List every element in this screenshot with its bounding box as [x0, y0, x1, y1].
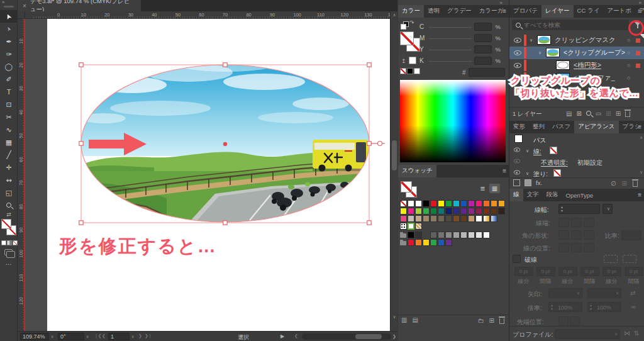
color-swatch[interactable]: [445, 200, 452, 207]
expand-chevron-icon[interactable]: ∨: [526, 171, 529, 176]
cyan-slider[interactable]: [429, 27, 472, 28]
tool-zoom-tool[interactable]: [0, 199, 18, 211]
make-mask-icon[interactable]: ▭: [596, 110, 601, 117]
miter-join-button[interactable]: [558, 230, 569, 240]
tool-shaper-tool[interactable]: ∿: [0, 123, 18, 136]
folder-swatch[interactable]: [400, 239, 407, 246]
fill-stroke-mini-icon[interactable]: [401, 21, 408, 29]
align-outside-button[interactable]: [584, 243, 594, 252]
bevel-join-button[interactable]: [584, 230, 594, 240]
color-swatch[interactable]: [430, 208, 437, 215]
appearance-menu-icon[interactable]: ≡: [638, 123, 641, 130]
expand-chevron-icon[interactable]: ∨: [526, 148, 529, 154]
color-swatch[interactable]: [468, 215, 475, 222]
patTex-swatch[interactable]: [415, 223, 422, 230]
tab-整列[interactable]: 整列: [529, 121, 548, 133]
color-swatch[interactable]: [468, 200, 475, 207]
gradY-swatch[interactable]: [483, 215, 490, 222]
profile-dropdown[interactable]: ∨: [555, 329, 620, 339]
horizontal-scrollbar-thumb[interactable]: [355, 334, 382, 339]
scroll-down-icon[interactable]: ∨: [391, 315, 398, 320]
collect-export-icon[interactable]: ⊠: [576, 110, 581, 117]
tool-scissors-tool[interactable]: ✂: [0, 111, 18, 123]
swatch-kinds-icon[interactable]: ▤: [412, 316, 418, 323]
tab-変形[interactable]: 変形: [509, 121, 529, 133]
color-swatch[interactable]: [468, 208, 475, 215]
color-swatch[interactable]: [475, 215, 482, 222]
target-circle-icon[interactable]: ○: [627, 37, 630, 43]
tab-パスフ[interactable]: パスフ: [548, 121, 574, 133]
tip-align-button[interactable]: [570, 316, 580, 326]
add-fill-icon[interactable]: [525, 179, 531, 186]
swap-colors-icon[interactable]: ↷: [409, 20, 414, 26]
tool-direct-selection-tool[interactable]: ➢: [0, 23, 18, 35]
tool-gradient-tool[interactable]: ▦: [0, 136, 18, 148]
color-swatch[interactable]: [453, 215, 460, 222]
flip-across-icon[interactable]: ⇅: [634, 330, 639, 337]
appearance-opacity-row[interactable]: 不透明度: 初期設定: [509, 156, 644, 167]
color-swatch[interactable]: [430, 200, 437, 207]
new-color-group-icon[interactable]: 🗀: [478, 317, 484, 324]
align-inside-button[interactable]: [571, 243, 582, 252]
tab-透明[interactable]: 透明: [424, 5, 443, 18]
tab-CC ライ[interactable]: CC ライ: [574, 5, 604, 18]
tab-アートボ[interactable]: アートボ: [603, 5, 635, 18]
tab-文字[interactable]: 文字: [523, 189, 543, 201]
tab-カラー[interactable]: カラー: [398, 5, 424, 18]
scroll-up-icon[interactable]: ∧: [391, 13, 398, 18]
color-swatch[interactable]: [438, 239, 445, 246]
stroke-label[interactable]: 線:: [533, 147, 541, 156]
round-join-button[interactable]: [571, 230, 582, 240]
color-mode-icon[interactable]: [1, 240, 6, 245]
butt-cap-button[interactable]: [558, 218, 569, 227]
last-color-icon[interactable]: ↥: [401, 58, 406, 64]
dashed-line-checkbox[interactable]: [513, 255, 521, 263]
red-guide-line[interactable]: [24, 19, 25, 331]
stroke-weight-stepper[interactable]: ▴▾: [558, 204, 600, 214]
color-swatch[interactable]: [415, 232, 422, 238]
tool-artboard-tool[interactable]: ⊡: [0, 98, 18, 111]
artboard-dropdown-icon[interactable]: ∨: [131, 334, 134, 338]
tab-アピアランス[interactable]: アピアランス: [574, 121, 618, 133]
none-mode-icon[interactable]: [13, 240, 18, 245]
color-swatch[interactable]: [483, 208, 490, 215]
patDot-swatch[interactable]: [400, 223, 407, 230]
color-panel-menu-icon[interactable]: ≡: [502, 8, 506, 14]
appearance-fill-row[interactable]: ∨ 塗り: ∨: [509, 167, 644, 177]
color-swatch[interactable]: [445, 232, 452, 238]
color-spectrum[interactable]: [400, 80, 506, 162]
close-icon[interactable]: ×: [23, 3, 26, 9]
color-swatch[interactable]: [423, 215, 430, 222]
color-swatch[interactable]: [491, 200, 497, 207]
locate-object-icon[interactable]: [586, 111, 591, 116]
list-view-icon[interactable]: ≣: [477, 184, 488, 193]
color-swatch[interactable]: [423, 239, 430, 246]
black-value-field[interactable]: [474, 57, 492, 65]
tab-OpenType[interactable]: OpenType: [562, 190, 597, 201]
color-swatch[interactable]: [415, 200, 422, 207]
reg-swatch[interactable]: [408, 200, 414, 207]
color-swatch[interactable]: [460, 232, 467, 238]
color-swatch[interactable]: [483, 200, 490, 207]
ratio-field[interactable]: [621, 230, 641, 240]
color-swatch[interactable]: [460, 215, 467, 222]
rotation-dropdown-icon[interactable]: ∨: [86, 334, 89, 338]
fill-none-swatch[interactable]: [401, 181, 412, 193]
tip-extend-button[interactable]: [558, 316, 569, 326]
dash-value-field[interactable]: 0 pt: [536, 267, 555, 276]
add-stroke-icon[interactable]: [513, 179, 520, 186]
scroll-up-icon[interactable]: ∧: [640, 135, 643, 140]
target-circle-icon[interactable]: ○: [627, 62, 630, 69]
toolbar-grip[interactable]: [4, 6, 14, 8]
tool-paintbrush-tool[interactable]: ✐: [0, 73, 18, 86]
arrow-start-dropdown[interactable]: ∨: [548, 288, 582, 298]
libraries-icon[interactable]: ▥: [401, 316, 407, 323]
horizontal-ruler[interactable]: 0102030405060708090100110120130140: [18, 11, 397, 19]
dash-value-field[interactable]: 0 pt: [580, 267, 599, 276]
vertical-scrollbar-thumb[interactable]: [392, 140, 397, 170]
gradB-swatch[interactable]: [491, 215, 497, 222]
layer-options-icon[interactable]: ▤: [566, 110, 572, 117]
swap-arrows-icon[interactable]: ⇄: [630, 289, 635, 296]
color-swatch[interactable]: [453, 232, 460, 238]
color-swatch[interactable]: [453, 208, 460, 215]
